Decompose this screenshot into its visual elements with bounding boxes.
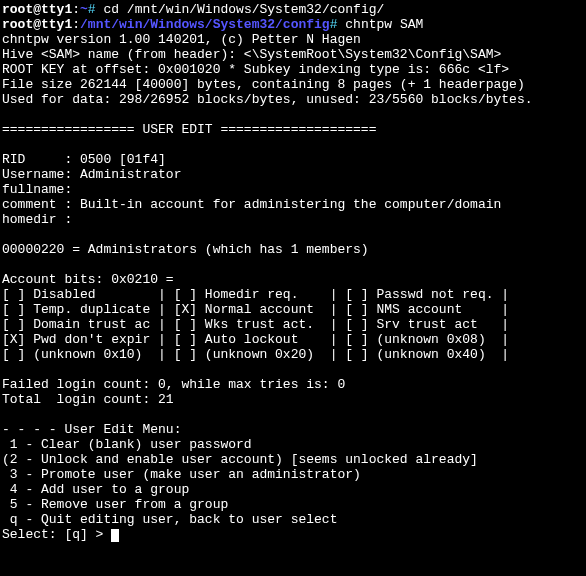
prompt-colon: :	[72, 2, 80, 17]
select-prompt-line[interactable]: Select: [q] >	[2, 527, 119, 542]
output-line: Hive <SAM> name (from header): <\SystemR…	[2, 47, 501, 62]
prompt-user-host: root@tty1	[2, 2, 72, 17]
user-info-line: homedir :	[2, 212, 72, 227]
prompt-line-2: root@tty1:/mnt/win/Windows/System32/conf…	[2, 17, 423, 32]
cursor-icon	[111, 529, 119, 542]
output-line: File size 262144 [40000] bytes, containi…	[2, 77, 525, 92]
menu-header: - - - - User Edit Menu:	[2, 422, 181, 437]
prompt-line-1: root@tty1:~# cd /mnt/win/Windows/System3…	[2, 2, 384, 17]
menu-item-add-group: 4 - Add user to a group	[2, 482, 189, 497]
command-1: cd /mnt/win/Windows/System32/config/	[103, 2, 384, 17]
bit-row: [ ] Temp. duplicate | [X] Normal account…	[2, 302, 509, 317]
prompt-hash: #	[330, 17, 346, 32]
login-count-line: Failed login count: 0, while max tries i…	[2, 377, 345, 392]
user-info-line: comment : Built-in account for administe…	[2, 197, 501, 212]
user-info-line: fullname:	[2, 182, 72, 197]
output-line: ROOT KEY at offset: 0x001020 * Subkey in…	[2, 62, 509, 77]
user-info-line: RID : 0500 [01f4]	[2, 152, 166, 167]
terminal-output: root@tty1:~# cd /mnt/win/Windows/System3…	[0, 0, 586, 544]
bit-row: [ ] (unknown 0x10) | [ ] (unknown 0x20) …	[2, 347, 509, 362]
prompt-hash: #	[88, 2, 104, 17]
menu-item-remove-group: 5 - Remove user from a group	[2, 497, 228, 512]
menu-item-promote: 3 - Promote user (make user an administr…	[2, 467, 361, 482]
select-prompt: Select: [q] >	[2, 527, 111, 542]
output-line: chntpw version 1.00 140201, (c) Petter N…	[2, 32, 361, 47]
menu-item-quit: q - Quit editing user, back to user sele…	[2, 512, 337, 527]
bit-row: [ ] Domain trust ac | [ ] Wks trust act.…	[2, 317, 509, 332]
prompt-colon: :	[72, 17, 80, 32]
menu-item-clear-password: 1 - Clear (blank) user password	[2, 437, 252, 452]
output-line: Used for data: 298/26952 blocks/bytes, u…	[2, 92, 533, 107]
prompt-user-host: root@tty1	[2, 17, 72, 32]
group-line: 00000220 = Administrators (which has 1 m…	[2, 242, 369, 257]
command-2: chntpw SAM	[345, 17, 423, 32]
prompt-path: ~	[80, 2, 88, 17]
user-info-line: Username: Administrator	[2, 167, 181, 182]
bit-row: [ ] Disabled | [ ] Homedir req. | [ ] Pa…	[2, 287, 509, 302]
section-title: ================= USER EDIT ============…	[2, 122, 376, 137]
menu-item-unlock: (2 - Unlock and enable user account) [se…	[2, 452, 478, 467]
prompt-path: /mnt/win/Windows/System32/config	[80, 17, 330, 32]
account-bits-header: Account bits: 0x0210 =	[2, 272, 174, 287]
login-count-line: Total login count: 21	[2, 392, 174, 407]
bit-row: [X] Pwd don't expir | [ ] Auto lockout |…	[2, 332, 509, 347]
